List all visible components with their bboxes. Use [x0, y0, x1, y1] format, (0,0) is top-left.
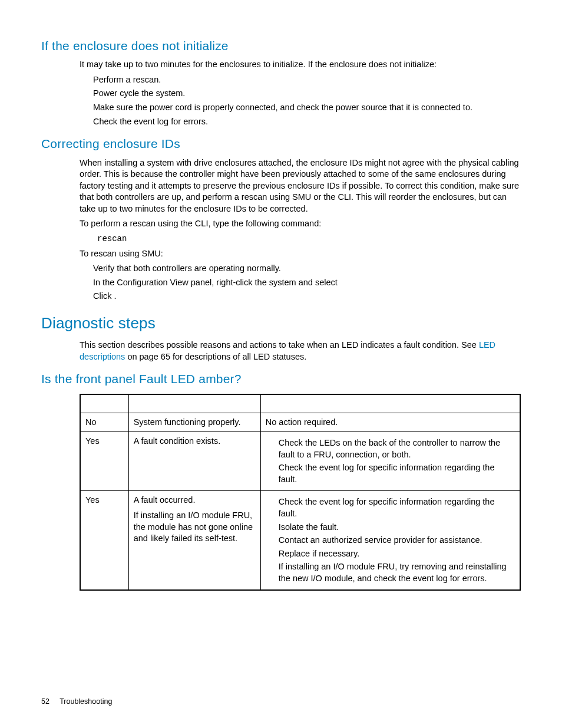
paragraph-diagnostic-intro: This section describes possible reasons … [80, 340, 521, 363]
list-item: In the Configuration View panel, right-c… [93, 277, 521, 289]
table-row: Yes A fault condition exists. Check the … [80, 432, 520, 491]
table-header-action [260, 394, 520, 413]
cell-answer: Yes [80, 491, 128, 590]
action-item: Check the event log for specific informa… [279, 462, 515, 485]
cell-action: Check the event log for specific informa… [260, 491, 520, 590]
table-header-row [80, 394, 520, 413]
heading-enclosure-not-initialize: If the enclosure does not initialize [41, 38, 521, 54]
paragraph-smu-intro: To rescan using SMU: [80, 248, 521, 260]
paragraph-correcting: When installing a system with drive encl… [80, 157, 521, 215]
action-item: Contact an authorized service provider f… [279, 535, 515, 546]
list-item: Check the event log for errors. [93, 116, 521, 128]
cell-answer: Yes [80, 432, 128, 491]
reason-item: A fault occurred. [134, 495, 256, 506]
paragraph-init-intro: It may take up to two minutes for the en… [80, 59, 521, 71]
table-row: No System functioning properly. No actio… [80, 413, 520, 432]
list-item: Click . [93, 291, 521, 302]
cell-action: Check the LEDs on the back of the contro… [260, 432, 520, 491]
code-rescan: rescan [97, 233, 521, 245]
list-item: Verify that both controllers are operati… [93, 263, 521, 275]
action-item: If installing an I/O module FRU, try rem… [279, 561, 515, 584]
heading-diagnostic-steps: Diagnostic steps [41, 313, 521, 334]
text-span: This section describes possible reasons … [80, 340, 479, 350]
text-span: on page 65 for descriptions of all LED s… [125, 352, 306, 361]
cell-action: No action required. [260, 413, 520, 432]
heading-front-panel-fault-led: Is the front panel Fault LED amber? [41, 371, 521, 387]
action-item: Check the LEDs on the back of the contro… [279, 437, 515, 460]
table-header-answer [80, 394, 128, 413]
heading-correcting-enclosure-ids: Correcting enclosure IDs [41, 136, 521, 152]
action-item: Check the event log for specific informa… [279, 496, 515, 519]
cell-reason: A fault occurred. If installing an I/O m… [128, 491, 260, 590]
action-item: Isolate the fault. [279, 522, 515, 533]
list-item: Perform a rescan. [93, 74, 521, 86]
action-item: Replace if necessary. [279, 548, 515, 560]
reason-item: If installing an I/O module FRU, the mod… [134, 510, 256, 545]
cell-answer: No [80, 413, 128, 432]
smu-steps-list: Verify that both controllers are operati… [93, 263, 521, 302]
init-steps-list: Perform a rescan. Power cycle the system… [93, 74, 521, 127]
diagnostic-table: No System functioning properly. No actio… [80, 394, 521, 591]
table-row: Yes A fault occurred. If installing an I… [80, 491, 520, 590]
list-item: Power cycle the system. [93, 88, 521, 100]
cell-reason: A fault condition exists. [128, 432, 260, 491]
list-item: Make sure the power cord is properly con… [93, 102, 521, 114]
cell-reason: System functioning properly. [128, 413, 260, 432]
table-header-reasons [128, 394, 260, 413]
paragraph-cli-intro: To perform a rescan using the CLI, type … [80, 218, 521, 230]
